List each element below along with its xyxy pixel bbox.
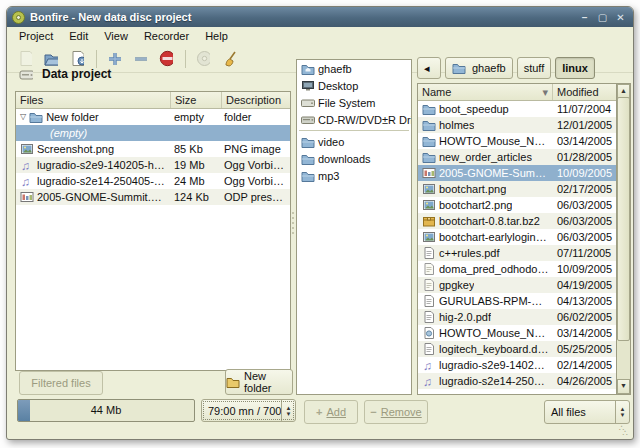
html-icon (422, 327, 436, 340)
file-size: empty (170, 109, 220, 125)
file-size: 19 Mb (170, 157, 220, 173)
app-window: Bonfire - New data disc project – ▢ ✕ Pr… (6, 6, 634, 440)
menubar: ProjectEditViewRecorderHelp (7, 27, 633, 45)
browser-row[interactable]: GURULABS-RPM-GUIDE-v1.0...04/13/2005 (418, 293, 617, 309)
column-header-description[interactable]: Description (222, 92, 290, 108)
column-header-files[interactable]: Files (16, 92, 171, 108)
minimize-button[interactable]: – (577, 11, 592, 24)
menu-help[interactable]: Help (197, 29, 236, 43)
places-item-cd-rw-dvd-r-drive[interactable]: CD-RW/DVD±R Drive (297, 111, 411, 128)
file-name: Screenshot.png (37, 141, 114, 157)
browser-row[interactable]: 2005-GNOME-Summit-federico-...10/09/2005 (418, 165, 617, 181)
menu-project[interactable]: Project (11, 29, 61, 43)
column-header-size[interactable]: Size (171, 92, 222, 108)
file-modified-date: 11/07/2004 (553, 101, 617, 117)
menu-recorder[interactable]: Recorder (136, 29, 197, 43)
expander-icon[interactable]: ▽ (20, 109, 26, 125)
file-modified-date: 06/03/2005 (553, 197, 617, 213)
project-row[interactable]: Screenshot.png85 KbPNG image (16, 141, 290, 157)
browser-row[interactable]: bootchart-0.8.tar.bz206/03/2005 (418, 213, 617, 229)
project-row[interactable]: (empty) (16, 125, 290, 141)
browser-row[interactable]: ♫lugradio-s2e9-140205-high.ogg02/14/2005 (418, 357, 617, 373)
breadcrumb-linux[interactable]: linux (555, 57, 595, 79)
browser-row[interactable]: holmes12/01/2005 (418, 117, 617, 133)
file-name: boot_speedup (439, 101, 509, 117)
scrollbar-thumb[interactable] (617, 97, 630, 341)
browser-row[interactable]: boot_speedup11/07/2004 (418, 101, 617, 117)
breadcrumb-stuff[interactable]: stuff (517, 57, 552, 79)
places-item-video[interactable]: video (297, 133, 411, 150)
folder-icon (422, 135, 436, 148)
browser-row[interactable]: HOWTO_Mouse_Nav_Buttons....03/14/2005 (418, 325, 617, 341)
file-description: Ogg Vorbis audio (220, 173, 290, 189)
back-arrow-icon: ◂ (424, 62, 430, 75)
scroll-down-icon[interactable]: ▼ (617, 379, 630, 394)
breadcrumb-ghaefb[interactable]: ghaefb (445, 57, 513, 79)
titlebar[interactable]: Bonfire - New data disc project – ▢ ✕ (7, 7, 633, 27)
places-item-ghaefb[interactable]: ghaefb (297, 60, 411, 77)
browser-row[interactable]: bootchart2.png06/03/2005 (418, 197, 617, 213)
file-modified-date: 04/26/2005 (553, 373, 617, 389)
places-label: Desktop (318, 80, 358, 92)
spinner-arrows-icon[interactable]: ▲▼ (281, 400, 295, 421)
file-size: 85 Kb (170, 141, 220, 157)
breadcrumb: ◂ ghaefbstufflinux (417, 57, 629, 79)
file-name: bootchart-earlylogin.png (439, 229, 549, 245)
browser-row[interactable]: logitech_keyboard.doc05/25/2005 (418, 341, 617, 357)
clear-project-button[interactable] (154, 47, 180, 70)
file-name: (empty) (50, 125, 87, 141)
file-modified-date: 03/14/2005 (553, 133, 617, 149)
browser-row[interactable]: c++rules.pdf07/11/2005 (418, 245, 617, 261)
filter-spinner-icon[interactable]: ▲▼ (615, 401, 629, 423)
file-name: lugradio-s2e14-250405-high.ogg (439, 373, 549, 389)
maximize-button[interactable]: ▢ (595, 11, 610, 24)
file-name: hig-2.0.pdf (439, 309, 491, 325)
folder-icon (422, 103, 436, 116)
browser-row[interactable]: gpgkey04/19/2005 (418, 277, 617, 293)
add-button[interactable]: + Add (304, 400, 358, 424)
audio-icon: ♫ (20, 175, 34, 188)
file-modified-date: 03/14/2005 (553, 325, 617, 341)
save-page-icon (70, 52, 84, 65)
browser-row[interactable]: bootchart.png02/17/2005 (418, 181, 617, 197)
disc-capacity-value: 79:00 mn / 700 Mb (202, 405, 281, 417)
project-row[interactable]: ♫lugradio-s2e14-250405-high.ogg24 MbOgg … (16, 173, 290, 189)
folder-icon (29, 111, 43, 124)
close-button[interactable]: ✕ (613, 11, 628, 24)
file-filter-combo[interactable]: All files ▲▼ (544, 400, 630, 424)
browser-row[interactable]: bootchart-earlylogin.png06/03/2005 (418, 229, 617, 245)
back-button[interactable]: ◂ (417, 57, 441, 79)
places-item-downloads[interactable]: downloads (297, 150, 411, 167)
page-new-icon (18, 52, 32, 65)
home-folder-icon (301, 62, 315, 75)
clean-button[interactable] (217, 47, 243, 70)
places-item-desktop[interactable]: Desktop (297, 77, 411, 94)
project-row[interactable]: 2005-GNOME-Summit.odp124 KbODP presentat… (16, 189, 290, 205)
places-item-file-system[interactable]: File System (297, 94, 411, 111)
pane-splitter[interactable] (290, 212, 295, 252)
breadcrumb-label: ghaefb (472, 62, 506, 74)
vertical-scrollbar[interactable]: ▲ ▼ (616, 84, 630, 394)
new-folder-button[interactable]: New folder (225, 369, 293, 395)
browser-row[interactable]: hig-2.0.pdf06/02/2005 (418, 309, 617, 325)
resize-grip[interactable]: ∴ ∴ (619, 426, 629, 436)
remove-files-button[interactable] (128, 47, 154, 70)
remove-button[interactable]: − Remove (364, 400, 428, 424)
project-row[interactable]: ▽New folderemptyfolder (16, 109, 290, 125)
menu-view[interactable]: View (96, 29, 136, 43)
file-browser-list: Name ▾ Modified boot_speedup11/07/2004ho… (417, 83, 631, 395)
column-header-modified[interactable]: Modified (553, 84, 617, 100)
menu-edit[interactable]: Edit (61, 29, 96, 43)
browser-row[interactable]: new_order_articles01/28/2005 (418, 149, 617, 165)
column-header-name[interactable]: Name ▾ (418, 84, 553, 100)
filtered-files-button[interactable]: Filtered files (19, 371, 103, 395)
browser-row[interactable]: doma_pred_odhodom_v_LJ.txt10/09/2005 (418, 261, 617, 277)
places-item-mp3[interactable]: mp3 (297, 167, 411, 184)
file-modified-date: 04/19/2005 (553, 277, 617, 293)
browser-row[interactable]: HOWTO_Mouse_Nav_Buttons_...03/14/2005 (418, 133, 617, 149)
burn-disc-button[interactable] (191, 47, 217, 70)
browser-row[interactable]: ♫lugradio-s2e14-250405-high.ogg04/26/200… (418, 373, 617, 389)
file-description (250, 125, 290, 141)
project-row[interactable]: ♫lugradio-s2e9-140205-high.ogg19 MbOgg V… (16, 157, 290, 173)
disc-capacity-combo[interactable]: 79:00 mn / 700 Mb ▲▼ (201, 399, 296, 422)
